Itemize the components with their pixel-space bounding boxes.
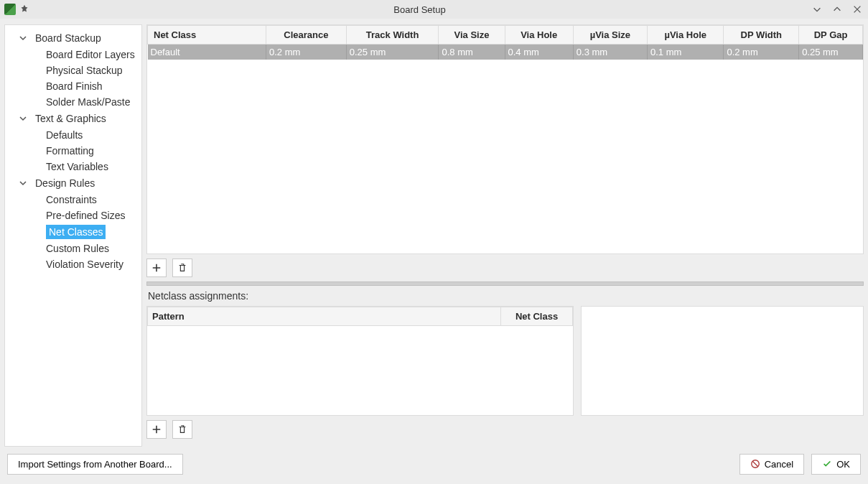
pin-icon[interactable] xyxy=(20,4,29,15)
check-icon xyxy=(822,459,832,469)
tree-parent-text-graphics[interactable]: Text & Graphics xyxy=(5,110,141,127)
bottom-bar: Import Settings from Another Board... Ca… xyxy=(0,447,868,481)
col-clearance[interactable]: Clearance xyxy=(266,26,347,45)
tree-item-net-classes-wrapper: Net Classes xyxy=(5,223,141,241)
col-dp-width[interactable]: DP Width xyxy=(724,26,799,45)
window-title: Board Setup xyxy=(29,4,811,15)
trash-icon xyxy=(177,263,187,273)
add-netclass-button[interactable] xyxy=(146,259,167,277)
cancel-icon xyxy=(750,459,760,469)
plus-icon xyxy=(151,263,162,273)
title-bar: Board Setup xyxy=(0,0,868,19)
col-via-hole[interactable]: Via Hole xyxy=(505,26,573,45)
import-settings-button[interactable]: Import Settings from Another Board... xyxy=(7,454,183,475)
button-label: OK xyxy=(836,459,850,470)
assignments-table-panel: Pattern Net Class xyxy=(146,306,574,416)
assignments-toolbar xyxy=(146,420,864,439)
tree-item-text-variables[interactable]: Text Variables xyxy=(5,159,141,174)
table-header-row: Pattern Net Class xyxy=(148,307,573,326)
assignments-row: Pattern Net Class xyxy=(146,306,864,416)
button-label: Import Settings from Another Board... xyxy=(18,459,172,470)
tree-item-net-classes[interactable]: Net Classes xyxy=(46,225,106,239)
chevron-down-icon xyxy=(19,34,27,42)
main-area: Board Stackup Board Editor Layers Physic… xyxy=(0,19,868,447)
cell-clearance[interactable]: 0.2 mm xyxy=(266,45,347,60)
plus-icon xyxy=(151,424,162,434)
tree-item-board-finish[interactable]: Board Finish xyxy=(5,78,141,94)
col-via-size[interactable]: Via Size xyxy=(439,26,505,45)
cell-via-hole[interactable]: 0.4 mm xyxy=(505,45,573,60)
tree-group-board-stackup: Board Stackup Board Editor Layers Physic… xyxy=(5,29,141,110)
tree-item-violation-severity[interactable]: Violation Severity xyxy=(5,256,141,272)
cell-uvia-size[interactable]: 0.3 mm xyxy=(573,45,647,60)
cell-name[interactable]: Default xyxy=(148,45,266,60)
tree-label: Design Rules xyxy=(35,177,95,189)
tree-item-formatting[interactable]: Formatting xyxy=(5,143,141,159)
add-assignment-button[interactable] xyxy=(146,420,167,439)
col-pattern[interactable]: Pattern xyxy=(148,307,501,326)
cell-via-size[interactable]: 0.8 mm xyxy=(439,45,505,60)
assignments-label: Netclass assignments: xyxy=(146,290,864,302)
cancel-button[interactable]: Cancel xyxy=(739,454,804,475)
col-dp-gap[interactable]: DP Gap xyxy=(799,26,863,45)
maximize-icon[interactable] xyxy=(831,3,844,16)
netclass-table[interactable]: Net Class Clearance Track Width Via Size… xyxy=(147,25,863,60)
col-track-width[interactable]: Track Width xyxy=(346,26,439,45)
tree-item-custom-rules[interactable]: Custom Rules xyxy=(5,241,141,256)
titlebar-left xyxy=(4,4,29,15)
col-netclass[interactable]: Net Class xyxy=(501,307,573,326)
content-panel: Net Class Clearance Track Width Via Size… xyxy=(146,24,864,447)
tree-parent-design-rules[interactable]: Design Rules xyxy=(5,174,141,192)
col-uvia-hole[interactable]: µVia Hole xyxy=(648,26,724,45)
splitter-handle[interactable] xyxy=(146,281,864,286)
chevron-down-icon xyxy=(19,180,27,187)
cell-dp-gap[interactable]: 0.25 mm xyxy=(799,45,863,60)
chevron-down-icon xyxy=(19,115,27,122)
delete-netclass-button[interactable] xyxy=(172,259,192,277)
tree-group-design-rules: Design Rules Constraints Pre-defined Siz… xyxy=(5,174,141,272)
tree-group-text-graphics: Text & Graphics Defaults Formatting Text… xyxy=(5,110,141,174)
minimize-icon[interactable] xyxy=(811,3,823,16)
app-icon xyxy=(4,4,16,15)
table-row[interactable]: Default 0.2 mm 0.25 mm 0.8 mm 0.4 mm 0.3… xyxy=(148,45,863,60)
netclass-table-panel: Net Class Clearance Track Width Via Size… xyxy=(146,24,864,254)
tree-item-predefined-sizes[interactable]: Pre-defined Sizes xyxy=(5,208,141,223)
tree-parent-board-stackup[interactable]: Board Stackup xyxy=(5,29,141,47)
delete-assignment-button[interactable] xyxy=(172,420,192,439)
tree-item-board-editor-layers[interactable]: Board Editor Layers xyxy=(5,47,141,62)
sidebar: Board Stackup Board Editor Layers Physic… xyxy=(4,24,142,447)
col-netclass[interactable]: Net Class xyxy=(148,26,266,45)
titlebar-controls xyxy=(811,3,864,16)
tree-label: Board Stackup xyxy=(35,32,101,44)
tree-item-physical-stackup[interactable]: Physical Stackup xyxy=(5,62,141,78)
close-icon[interactable] xyxy=(851,3,864,16)
trash-icon xyxy=(177,424,187,434)
col-uvia-size[interactable]: µVia Size xyxy=(573,26,647,45)
table-header-row: Net Class Clearance Track Width Via Size… xyxy=(148,26,863,45)
cell-dp-width[interactable]: 0.2 mm xyxy=(724,45,799,60)
cell-track-width[interactable]: 0.25 mm xyxy=(346,45,439,60)
tree-item-constraints[interactable]: Constraints xyxy=(5,192,141,208)
assignments-table[interactable]: Pattern Net Class xyxy=(147,307,573,326)
ok-button[interactable]: OK xyxy=(811,454,861,475)
netclass-toolbar xyxy=(146,259,864,277)
cell-uvia-hole[interactable]: 0.1 mm xyxy=(648,45,724,60)
tree-item-solder-mask-paste[interactable]: Solder Mask/Paste xyxy=(5,94,141,110)
dialog-button-group: Cancel OK xyxy=(739,454,861,475)
tree-item-defaults[interactable]: Defaults xyxy=(5,127,141,143)
tree-label: Text & Graphics xyxy=(35,113,106,124)
button-label: Cancel xyxy=(765,459,793,470)
assignments-preview-panel xyxy=(581,306,864,416)
